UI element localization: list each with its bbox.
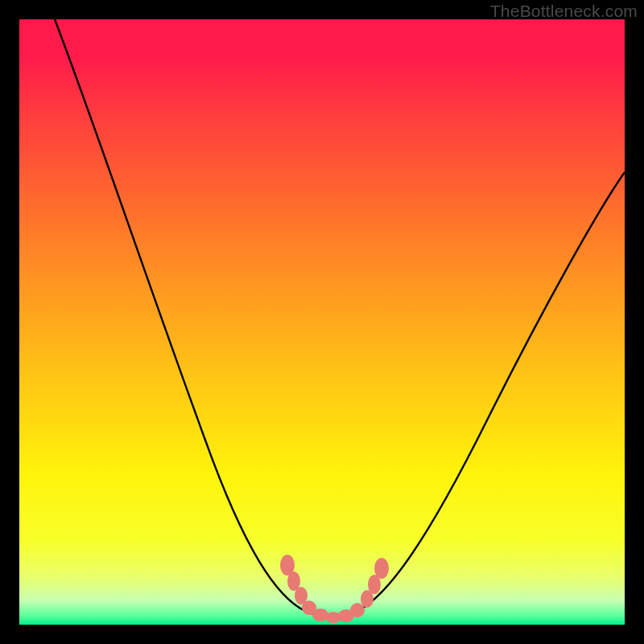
- watermark-text: TheBottleneck.com: [490, 2, 638, 21]
- chart-frame: TheBottleneck.com: [0, 0, 644, 644]
- valley-markers: [280, 555, 389, 623]
- plot-area: [19, 19, 625, 625]
- svg-point-10: [374, 558, 389, 579]
- curve-layer: [19, 19, 625, 625]
- bottleneck-curve: [55, 19, 625, 617]
